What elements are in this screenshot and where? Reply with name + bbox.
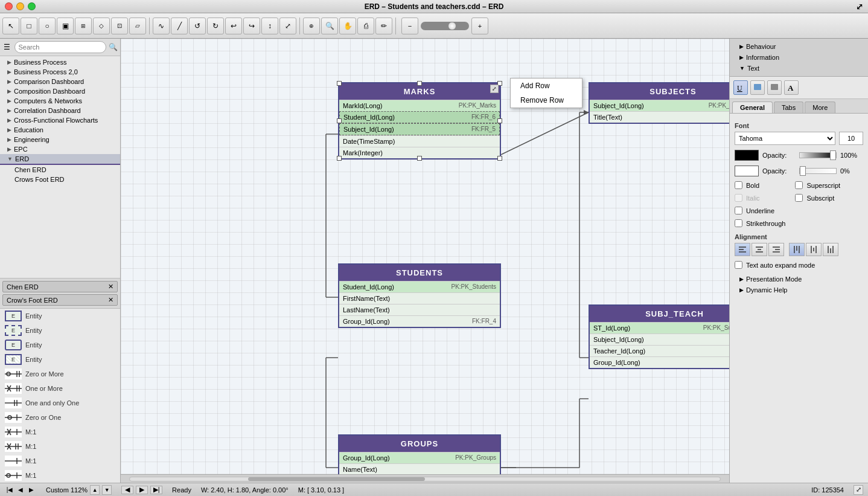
search-icon[interactable]: 🔍 xyxy=(109,41,118,53)
table-row[interactable]: Title(Text) xyxy=(590,111,729,123)
panel-menu-presentation[interactable]: ▶ Presentation Mode xyxy=(735,274,863,285)
tab-general[interactable]: General xyxy=(732,101,773,113)
palette-zero-one[interactable]: Zero or One xyxy=(0,410,120,425)
zoom-down-button[interactable]: ▼ xyxy=(102,485,112,495)
panel-menu-dynamic-help[interactable]: ▶ Dynamic Help xyxy=(735,285,863,295)
color-swatch-2[interactable] xyxy=(735,166,759,176)
context-menu-remove-row[interactable]: Remove Row xyxy=(511,93,582,108)
tab-crows-foot-erd[interactable]: Crow's Foot ERD ✕ xyxy=(2,294,118,306)
minimize-button[interactable] xyxy=(16,2,24,10)
zoom-out-button[interactable]: − xyxy=(401,18,418,34)
undo-button[interactable]: ↺ xyxy=(189,18,206,34)
align-center-button[interactable] xyxy=(752,243,767,256)
status-expand-button[interactable]: ⤢ xyxy=(854,485,863,495)
zoom-thumb[interactable] xyxy=(448,22,456,30)
print-button[interactable]: ⎙ xyxy=(357,18,374,34)
shape-tool-button[interactable]: ◇ xyxy=(93,18,110,34)
zoom-in-button[interactable]: 🔍 xyxy=(321,18,338,34)
text-auto-expand-checkbox[interactable] xyxy=(735,261,742,269)
font-size-input[interactable] xyxy=(839,132,863,145)
color-swatch-1[interactable] xyxy=(735,150,759,161)
panel-strikethrough-button[interactable] xyxy=(767,80,782,95)
sidebar-item-epc[interactable]: ▶ EPC xyxy=(0,144,120,154)
table-row[interactable]: Group_Id(Long) FK:FR_4 xyxy=(339,315,500,327)
status-nav-first[interactable]: |◀ xyxy=(5,485,14,495)
sidebar-item-chen-erd[interactable]: Chen ERD xyxy=(0,165,120,175)
tab-tabs[interactable]: Tabs xyxy=(774,101,803,113)
table-row[interactable]: FirstName(Text) xyxy=(339,292,500,304)
table-row[interactable]: Group_Id(Long) PK:PK_Groups xyxy=(339,452,500,463)
opacity-slider-1[interactable] xyxy=(799,152,837,158)
table-row[interactable]: Name(Text) xyxy=(339,463,500,475)
palette-entity-1[interactable]: E Entity xyxy=(0,309,120,323)
palette-m1-3[interactable]: M:1 xyxy=(0,454,120,468)
sidebar-item-correlation-dashboard[interactable]: ▶ Correlation Dashboard xyxy=(0,106,120,115)
table-tool-button[interactable]: ▣ xyxy=(57,18,74,34)
rect-tool-button[interactable]: □ xyxy=(21,18,37,34)
zoom-slider[interactable] xyxy=(421,22,469,30)
table-row[interactable]: Subject_Id(Long) FK:FR_3 xyxy=(590,333,729,345)
opacity-thumb-1[interactable] xyxy=(830,150,836,160)
tab-close-icon[interactable]: ✕ xyxy=(108,296,113,304)
forward-button[interactable]: ↪ xyxy=(243,18,260,34)
selection-handle[interactable] xyxy=(337,156,342,161)
align-left-button[interactable] xyxy=(735,243,750,256)
panel-section-behaviour[interactable]: ▶ Behaviour xyxy=(735,41,863,52)
tab-more[interactable]: More xyxy=(805,101,835,113)
expand-tool-button[interactable]: ⤢ xyxy=(279,18,296,34)
search-input[interactable] xyxy=(14,41,106,53)
sidebar-item-crows-foot-erd[interactable]: Crows Foot ERD xyxy=(0,175,120,184)
scrollbar-thumb[interactable] xyxy=(248,477,425,481)
selection-handle[interactable] xyxy=(417,156,422,161)
sidebar-item-computers-networks[interactable]: ▶ Computers & Networks xyxy=(0,96,120,106)
selection-handle[interactable] xyxy=(497,156,502,161)
table-row[interactable]: Subject_Id(Long) PK:PK_Subjects xyxy=(590,100,729,111)
resize-button[interactable]: ↕ xyxy=(261,18,278,34)
underline-checkbox[interactable] xyxy=(735,207,742,214)
table-row[interactable]: LastName(Text) xyxy=(339,304,500,315)
maximize-button[interactable] xyxy=(28,2,36,10)
table-row[interactable]: Student_Id(Long) PK:PK_Students xyxy=(339,281,500,292)
table-subjects[interactable]: SUBJECTS Subject_Id(Long) PK:PK_Subjects… xyxy=(589,82,729,124)
context-menu-add-row[interactable]: Add Row xyxy=(511,79,582,93)
palette-m1-1[interactable]: M:1 xyxy=(0,425,120,439)
grid-tool-button[interactable]: ⊞ xyxy=(75,18,92,34)
page-next-button[interactable]: ▶ xyxy=(136,486,148,494)
table-row[interactable]: Subject_Id(Long) FK:FR_5 xyxy=(339,123,500,135)
palette-m1-2[interactable]: M:1 xyxy=(0,439,120,454)
sidebar-item-engineering[interactable]: ▶ Engineering xyxy=(0,135,120,144)
table-row[interactable]: Group_Id(Long) FK:FR_1 xyxy=(590,356,729,368)
align-right-button[interactable] xyxy=(768,243,784,256)
zoom-in-btn[interactable]: + xyxy=(471,18,488,34)
page-prev-button[interactable]: ◀ xyxy=(121,486,133,494)
sidebar-item-comparison-dashboard[interactable]: ▶ Comparison Dashboard xyxy=(0,77,120,86)
sidebar-menu-icon[interactable]: ☰ xyxy=(2,41,12,53)
canvas[interactable]: MARKS MarkId(Long) PK:PK_Marks Student_I… xyxy=(121,39,729,483)
palette-entity-4[interactable]: E Entity xyxy=(0,352,120,367)
palette-entity-2[interactable]: E Entity xyxy=(0,323,120,338)
expand-button[interactable]: ⤢ xyxy=(490,85,499,93)
table-row[interactable]: Date(TimeStamp) xyxy=(339,135,500,147)
zoom-up-button[interactable]: ▲ xyxy=(90,485,100,495)
tab-chen-erd[interactable]: Chen ERD ✕ xyxy=(2,281,118,292)
back-button[interactable]: ↩ xyxy=(225,18,242,34)
selection-handle[interactable] xyxy=(337,81,342,86)
table-subj-teach[interactable]: SUBJ_TEACH ST_Id(Long) PK:PK_Subj_Teach … xyxy=(589,304,729,369)
palette-entity-3[interactable]: E Entity xyxy=(0,338,120,352)
sidebar-item-composition-dashboard[interactable]: ▶ Composition Dashboard xyxy=(0,86,120,96)
sidebar-item-cross-functional[interactable]: ▶ Cross-Functional Flowcharts xyxy=(0,115,120,125)
table-row[interactable]: Student_Id(Long) FK:FR_6 xyxy=(339,111,500,123)
horizontal-scrollbar[interactable] xyxy=(121,474,729,483)
panel-font-button[interactable]: A xyxy=(784,80,799,95)
container-tool-button[interactable]: ⊡ xyxy=(111,18,128,34)
select-tool-button[interactable]: ↖ xyxy=(2,18,19,34)
sidebar-item-education[interactable]: ▶ Education xyxy=(0,125,120,135)
panel-fill-button[interactable] xyxy=(750,80,765,95)
superscript-checkbox[interactable] xyxy=(795,181,803,189)
table-marks[interactable]: MARKS MarkId(Long) PK:PK_Marks Student_I… xyxy=(338,82,501,159)
palette-one-more[interactable]: One or More xyxy=(0,381,120,396)
panel-underline-button[interactable]: U xyxy=(733,80,748,95)
sidebar-item-business-process[interactable]: ▶ Business Process xyxy=(0,57,120,67)
palette-one-only[interactable]: One and only One xyxy=(0,396,120,410)
selection-handle[interactable] xyxy=(417,81,422,86)
